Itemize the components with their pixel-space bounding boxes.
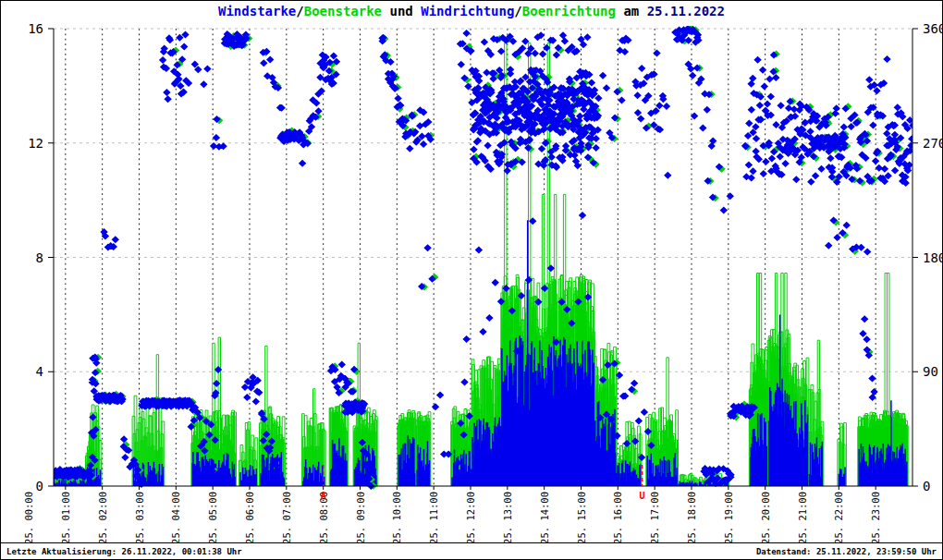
svg-text:25. 01:00: 25. 01:00 xyxy=(60,492,71,542)
svg-text:8: 8 xyxy=(36,250,43,265)
title-part: 25.11.2022 xyxy=(647,4,725,18)
svg-text:25. 09:00: 25. 09:00 xyxy=(355,492,366,542)
svg-text:25. 10:00: 25. 10:00 xyxy=(391,492,402,542)
svg-text:25. 13:00: 25. 13:00 xyxy=(502,492,513,542)
title-part: Windstarke xyxy=(218,4,296,18)
title-part: / xyxy=(296,4,303,18)
title-part: und xyxy=(382,4,421,18)
svg-text:U: U xyxy=(640,491,645,501)
svg-text:25. 22:00: 25. 22:00 xyxy=(833,492,844,542)
svg-text:90: 90 xyxy=(923,364,938,379)
svg-text:25. 00:00: 25. 00:00 xyxy=(23,492,34,542)
svg-text:25. 02:00: 25. 02:00 xyxy=(97,492,108,542)
svg-text:25. 14:00: 25. 14:00 xyxy=(539,492,550,542)
svg-text:25. 03:00: 25. 03:00 xyxy=(134,492,145,542)
svg-text:25. 11:00: 25. 11:00 xyxy=(428,492,439,542)
title-part: Boenstarke xyxy=(304,4,382,18)
svg-text:25. 18:00: 25. 18:00 xyxy=(686,492,697,542)
title-part: Windrichtung xyxy=(421,4,514,18)
svg-text:4: 4 xyxy=(36,364,43,379)
weather-chart-panel: 048121609018027036025. 00:0025. 01:0025.… xyxy=(0,0,943,560)
svg-text:270: 270 xyxy=(923,136,942,151)
svg-text:360: 360 xyxy=(923,21,942,36)
svg-text:25. 04:00: 25. 04:00 xyxy=(170,492,181,542)
title-part: Boenrichtung xyxy=(522,4,616,18)
last-update-text: Letzte Aktualisierung: 26.11.2022, 00:01… xyxy=(6,547,242,556)
svg-text:25. 17:00: 25. 17:00 xyxy=(649,492,660,542)
data-state-text: Datenstand: 25.11.2022, 23:59:50 Uhr xyxy=(756,547,937,556)
svg-text:25. 05:00: 25. 05:00 xyxy=(207,492,218,542)
svg-text:25. 21:00: 25. 21:00 xyxy=(797,492,808,542)
svg-text:25. 15:00: 25. 15:00 xyxy=(576,492,587,542)
svg-text:25. 07:00: 25. 07:00 xyxy=(281,492,292,542)
svg-text:25. 06:00: 25. 06:00 xyxy=(244,492,255,542)
wind-chart: 048121609018027036025. 00:0025. 01:0025.… xyxy=(1,1,942,542)
chart-title: Windstarke/Boenstarke und Windrichtung/B… xyxy=(1,4,942,18)
svg-text:25. 20:00: 25. 20:00 xyxy=(760,492,771,542)
svg-text:25. 12:00: 25. 12:00 xyxy=(465,492,476,542)
svg-text:25. 19:00: 25. 19:00 xyxy=(723,492,734,542)
title-part: / xyxy=(514,4,521,18)
title-part: am xyxy=(616,4,647,18)
svg-text:A: A xyxy=(321,491,326,501)
status-bar: Letzte Aktualisierung: 26.11.2022, 00:01… xyxy=(1,542,942,560)
svg-text:16: 16 xyxy=(28,21,43,36)
svg-text:25. 23:00: 25. 23:00 xyxy=(870,492,881,542)
svg-text:180: 180 xyxy=(923,250,942,265)
svg-text:12: 12 xyxy=(28,136,43,151)
svg-text:0: 0 xyxy=(923,479,930,493)
svg-text:0: 0 xyxy=(36,479,43,493)
svg-text:25. 16:00: 25. 16:00 xyxy=(612,492,623,542)
